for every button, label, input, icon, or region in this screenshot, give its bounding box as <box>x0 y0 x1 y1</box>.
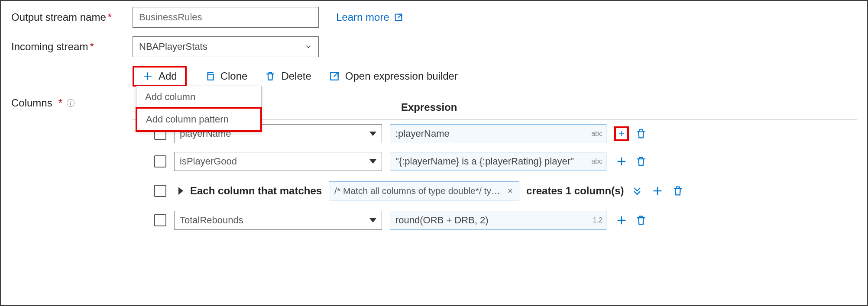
expression-value: :playerName <box>395 128 450 139</box>
row-checkbox[interactable] <box>154 185 166 197</box>
trash-icon <box>635 128 647 140</box>
output-stream-label: Output stream name* <box>11 11 133 23</box>
delete-row-button[interactable] <box>672 185 684 197</box>
toolbar: Add Clone Delete Open expression builder… <box>133 66 857 87</box>
delete-row-button[interactable] <box>635 214 647 226</box>
column-pattern-row: Each column that matches /* Match all co… <box>133 175 857 206</box>
required-asterisk: * <box>90 41 94 52</box>
clone-icon <box>204 71 215 82</box>
row-checkbox[interactable] <box>154 214 166 226</box>
required-asterisk: * <box>108 11 112 23</box>
clone-button[interactable]: Clone <box>204 70 248 82</box>
info-icon[interactable]: i <box>67 99 74 107</box>
column-name-select[interactable]: isPlayerGood <box>174 152 382 171</box>
external-link-icon <box>329 71 340 82</box>
incoming-stream-select[interactable]: NBAPlayerStats <box>133 36 319 57</box>
caret-down-icon <box>369 159 376 164</box>
plus-icon <box>615 155 628 167</box>
open-builder-label: Open expression builder <box>345 70 458 82</box>
expand-icon[interactable] <box>178 187 183 195</box>
type-badge: 1.2 <box>593 216 602 224</box>
column-name-value: isPlayerGood <box>180 156 237 167</box>
incoming-stream-value: NBAPlayerStats <box>139 41 207 52</box>
learn-more-text: Learn more <box>336 11 389 23</box>
label-text: Columns <box>11 97 52 109</box>
open-expression-builder-button[interactable]: Open expression builder <box>329 70 458 82</box>
add-row-button[interactable] <box>614 126 629 141</box>
columns-label: Columns* i <box>11 97 133 109</box>
required-asterisk: * <box>58 97 62 109</box>
plus-icon <box>615 214 628 226</box>
row-actions <box>614 154 647 169</box>
trash-icon <box>635 155 647 167</box>
column-name-select[interactable]: TotalRebounds <box>174 211 382 230</box>
external-link-icon <box>394 13 403 22</box>
incoming-stream-row: Incoming stream* NBAPlayerStats <box>11 36 857 57</box>
row-actions <box>614 126 647 141</box>
expression-value: round(ORB + DRB, 2) <box>395 215 489 226</box>
clone-label: Clone <box>220 70 248 82</box>
trash-icon <box>635 214 647 226</box>
type-badge: abc <box>591 158 602 165</box>
clear-icon[interactable] <box>507 187 514 194</box>
add-row-button[interactable] <box>614 154 629 169</box>
plus-icon <box>142 71 153 82</box>
svg-rect-1 <box>207 74 213 80</box>
expression-value: "{:playerName} is a {:playerRating} play… <box>395 156 574 167</box>
table-row: TotalRebounds round(ORB + DRB, 2) 1.2 <box>133 206 857 234</box>
delete-label: Delete <box>281 70 311 82</box>
incoming-stream-label: Incoming stream* <box>11 41 133 53</box>
expression-header: Expression <box>401 101 457 113</box>
pattern-suffix: creates 1 column(s) <box>526 185 624 197</box>
expand-all-button[interactable] <box>631 185 643 197</box>
add-column-pattern-item[interactable]: Add column pattern <box>136 107 262 132</box>
label-text: Output stream name <box>11 11 106 23</box>
caret-down-icon <box>369 132 376 136</box>
row-actions <box>614 213 647 228</box>
learn-more-link[interactable]: Learn more <box>336 11 403 23</box>
expression-input[interactable]: "{:playerName} is a {:playerRating} play… <box>390 152 606 171</box>
add-row-button[interactable] <box>650 184 665 198</box>
table-row: isPlayerGood "{:playerName} is a {:playe… <box>133 148 857 175</box>
pattern-match-input[interactable]: /* Match all columns of type double*/ ty… <box>329 181 519 200</box>
delete-button[interactable]: Delete <box>265 70 311 82</box>
chevron-down-icon <box>304 43 312 51</box>
add-button[interactable]: Add <box>133 66 187 87</box>
pattern-prefix: Each column that matches <box>190 185 322 197</box>
trash-icon <box>265 71 276 82</box>
plus-icon <box>651 185 664 197</box>
add-row-button[interactable] <box>614 213 629 228</box>
caret-down-icon <box>369 218 376 222</box>
expression-input[interactable]: round(ORB + DRB, 2) 1.2 <box>390 211 606 230</box>
plus-icon <box>618 128 625 140</box>
pattern-match-value: /* Match all columns of type double*/ ty… <box>334 186 502 196</box>
column-name-value: TotalRebounds <box>180 215 243 226</box>
add-label: Add <box>159 70 177 82</box>
add-column-item[interactable]: Add column <box>136 86 261 108</box>
label-text: Incoming stream <box>11 41 88 52</box>
delete-row-button[interactable] <box>635 128 647 140</box>
row-checkbox[interactable] <box>154 155 166 167</box>
output-stream-row: Output stream name* Learn more <box>11 7 857 28</box>
output-stream-input[interactable] <box>133 7 319 28</box>
delete-row-button[interactable] <box>635 155 647 167</box>
expression-input[interactable]: :playerName abc <box>390 124 606 143</box>
type-badge: abc <box>591 130 602 138</box>
double-chevron-down-icon <box>631 185 643 197</box>
add-dropdown: Add column Add column pattern <box>136 86 262 132</box>
trash-icon <box>672 185 684 197</box>
